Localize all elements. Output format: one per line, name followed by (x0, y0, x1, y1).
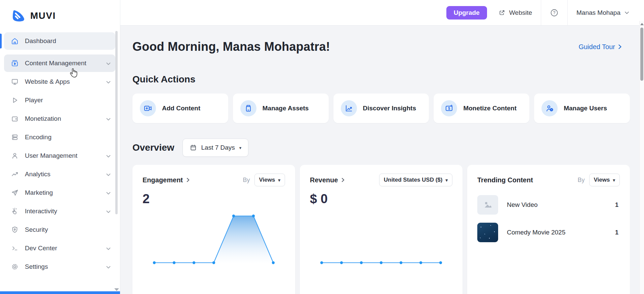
icon-circle (140, 100, 156, 116)
quick-actions-row: Add Content Manage Assets (132, 94, 633, 123)
card-title: Trending Content (477, 176, 533, 184)
chevron-down-icon (625, 11, 629, 14)
revenue-line-chart (310, 208, 452, 270)
dashboard-content: Good Morning, Manas Mohapatra! Guided To… (120, 26, 644, 294)
trending-content-card: Trending Content By Views ▾ (467, 165, 630, 294)
terminal-icon (11, 244, 19, 252)
card-title: Engagement (143, 176, 183, 184)
quick-action-label: Manage Assets (263, 105, 309, 112)
server-stack-icon (11, 133, 19, 141)
overview-cards-row: Engagement By Views ▾ 2 (132, 165, 633, 294)
sidebar-item-label: Encoding (25, 134, 115, 141)
help-button[interactable]: ? (550, 8, 559, 17)
page-scrollbar-thumb[interactable] (640, 28, 643, 81)
chevron-right-icon (341, 178, 345, 182)
sidebar-item-interactivity[interactable]: Interactivity (4, 203, 115, 220)
engagement-link[interactable]: Engagement (143, 176, 190, 184)
website-link[interactable]: Website (498, 9, 532, 16)
page-title: Good Morning, Manas Mohapatra! (132, 40, 330, 54)
engagement-metric-selector[interactable]: Views ▾ (254, 174, 285, 186)
chevron-down-icon (106, 171, 111, 178)
by-label: By (578, 177, 585, 184)
sidebar-item-analytics[interactable]: Analytics (4, 166, 115, 183)
monitor-icon (11, 78, 19, 86)
overview-title: Overview (132, 142, 174, 153)
chevron-right-icon (187, 178, 190, 182)
chevron-right-icon (618, 44, 622, 49)
sidebar-item-website-apps[interactable]: Website & Apps (4, 73, 115, 90)
sidebar-item-label: User Management (25, 152, 100, 159)
card-title: Revenue (310, 176, 338, 184)
engagement-value: 2 (143, 192, 285, 206)
sidebar-item-label: Website & Apps (25, 78, 100, 85)
sidebar-item-content-management[interactable]: Content Management (4, 54, 115, 72)
date-range-label: Last 7 Days (201, 144, 235, 151)
user-gear-icon (545, 104, 554, 113)
monetize-content-card[interactable]: $ Monetize Content (434, 94, 529, 123)
manage-users-card[interactable]: Manage Users (534, 94, 630, 123)
trending-row[interactable]: Comedy Movie 2025 1 (477, 223, 620, 242)
sidebar-item-dev-center[interactable]: Dev Center (4, 240, 115, 257)
manage-assets-card[interactable]: Manage Assets (233, 94, 329, 123)
sidebar-nav: Dashboard Content Management Website & A… (0, 32, 120, 275)
chevron-down-icon (106, 115, 111, 122)
monetize-icon: $ (445, 104, 453, 113)
caret-down-icon: ▾ (278, 178, 280, 182)
icon-circle (240, 100, 256, 116)
sidebar-item-dashboard[interactable]: Dashboard (4, 32, 115, 50)
caret-down-icon: ▾ (239, 146, 242, 150)
trending-row[interactable]: New Video 1 (477, 195, 620, 215)
sidebar-item-player[interactable]: Player (4, 91, 115, 109)
sidebar-item-security[interactable]: Security (4, 221, 115, 238)
svg-text:?: ? (553, 10, 556, 15)
sidebar-scroll-down-arrow[interactable] (114, 288, 119, 291)
svg-text:$: $ (448, 107, 450, 110)
asset-box-icon (244, 104, 253, 113)
scroll-up-arrow[interactable] (640, 23, 644, 25)
sidebar-item-settings[interactable]: Settings (4, 258, 115, 275)
guided-tour-link[interactable]: Guided Tour (578, 43, 622, 51)
page-scrollbar[interactable] (639, 21, 644, 294)
brand-name: MUVI (30, 10, 56, 21)
sidebar-item-label: Security (25, 226, 115, 233)
date-range-selector[interactable]: Last 7 Days ▾ (183, 139, 249, 157)
sidebar-item-user-management[interactable]: User Management (4, 147, 115, 164)
revenue-card: Revenue United States USD ($) ▾ $ 0 (300, 165, 462, 294)
sidebar: MUVI Dashboard Content Management (0, 0, 120, 294)
discover-insights-card[interactable]: Discover Insights (333, 94, 429, 123)
sidebar-item-label: Player (25, 97, 115, 104)
caret-down-icon: ▾ (613, 178, 615, 182)
topbar-divider (541, 0, 541, 26)
mouse-cursor-hand (69, 67, 79, 78)
brand-logo[interactable]: MUVI (0, 0, 120, 23)
send-icon (11, 189, 19, 197)
sidebar-scrollbar-thumb[interactable] (115, 31, 118, 214)
home-icon (11, 37, 19, 45)
quick-actions-title: Quick Actions (132, 74, 633, 85)
sidebar-item-monetization[interactable]: Monetization (4, 110, 115, 127)
video-thumbnail-placeholder (477, 195, 498, 215)
sidebar-item-encoding[interactable]: Encoding (4, 128, 115, 146)
caret-down-icon: ▾ (445, 178, 448, 182)
icon-circle: $ (441, 100, 457, 116)
chevron-down-icon (106, 152, 111, 159)
quick-action-label: Discover Insights (363, 105, 416, 112)
trending-metric-selector[interactable]: Views ▾ (589, 174, 620, 186)
calendar-icon (190, 144, 197, 151)
currency-selector[interactable]: United States USD ($) ▾ (379, 174, 452, 186)
sidebar-item-marketing[interactable]: Marketing (4, 184, 115, 201)
sidebar-item-label: Settings (25, 263, 100, 270)
muvi-logo-icon (11, 9, 26, 23)
quick-action-label: Manage Users (564, 105, 607, 112)
chevron-down-icon (106, 208, 111, 215)
user-menu[interactable]: Manas Mohapa (576, 9, 629, 16)
trend-up-icon (11, 170, 19, 178)
icon-circle (341, 100, 357, 116)
upgrade-button[interactable]: Upgrade (446, 6, 487, 20)
add-content-card[interactable]: Add Content (132, 94, 228, 123)
currency-label: United States USD ($) (384, 177, 443, 183)
trending-item-title: New Video (507, 201, 606, 209)
revenue-link[interactable]: Revenue (310, 176, 345, 184)
guided-tour-label: Guided Tour (578, 43, 615, 51)
trending-item-title: Comedy Movie 2025 (507, 229, 606, 236)
